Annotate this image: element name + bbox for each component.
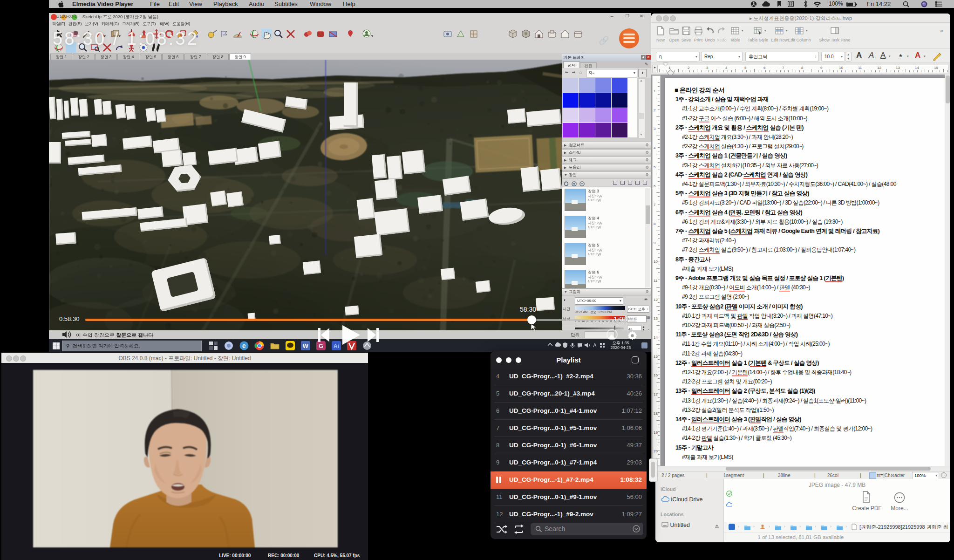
svg-text:A: A bbox=[593, 342, 597, 348]
svg-text:W: W bbox=[303, 342, 309, 349]
svg-text:e: e bbox=[242, 342, 246, 349]
